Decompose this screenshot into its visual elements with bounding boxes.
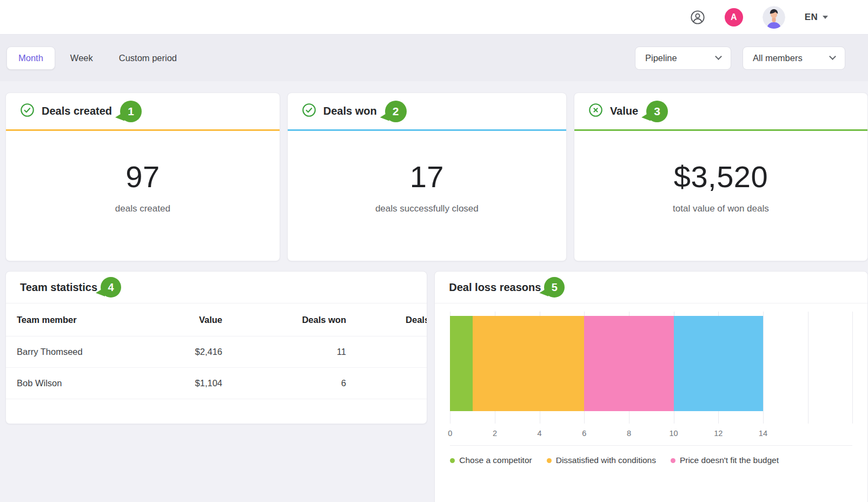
- member-name: Barry Thomseed: [17, 347, 114, 357]
- pipeline-select-value: Pipeline: [645, 53, 677, 63]
- gridline: [852, 312, 853, 424]
- chart-legend: Chose a competitorDissatisfied with cond…: [450, 445, 852, 465]
- legend-item[interactable]: Chose a competitor: [450, 455, 532, 465]
- legend-item[interactable]: Price doesn't fit the budget: [671, 455, 779, 465]
- support-icon[interactable]: [690, 10, 705, 25]
- legend-label: Chose a competitor: [459, 455, 532, 465]
- member-value: $1,104: [114, 378, 222, 388]
- deal-loss-plot: [450, 312, 852, 424]
- stacked-bar: [450, 316, 763, 411]
- dashboard-content: Deals created 1 97 deals created Deals w…: [0, 81, 868, 502]
- x-circle-icon: [588, 103, 603, 120]
- deal-loss-reasons-card: Deal loss reasons 5 02468101214 Chose a …: [434, 271, 868, 502]
- chevron-down-icon: [715, 53, 722, 60]
- deals-won-caption: deals successfully closed: [375, 203, 479, 214]
- deals-created-card: Deals created 1 97 deals created: [5, 93, 280, 261]
- bar-segment[interactable]: [584, 316, 673, 411]
- bar-segment[interactable]: [450, 316, 472, 411]
- kpi-row: Deals created 1 97 deals created Deals w…: [5, 93, 868, 261]
- annotation-marker-5: 5: [544, 277, 565, 298]
- total-value-caption: total value of won deals: [673, 203, 769, 214]
- deals-won-card: Deals won 2 17 deals successfully closed: [287, 93, 567, 261]
- team-statistics-title: Team statistics: [20, 281, 97, 294]
- top-bar: A EN: [0, 0, 868, 35]
- x-tick-label: 10: [670, 429, 678, 438]
- annotation-marker-1: 1: [120, 101, 142, 122]
- table-row: Barry Thomseed $2,416 11 22: [6, 336, 427, 368]
- column-header: Deals won: [222, 315, 346, 325]
- period-tabs: Month Week Custom period: [6, 47, 190, 70]
- member-deals-won: 6: [222, 378, 346, 388]
- chart-axis: 02468101214: [450, 424, 852, 443]
- annotation-marker-2: 2: [385, 101, 407, 122]
- member-deals-lost: 22: [346, 347, 427, 357]
- legend-label: Price doesn't fit the budget: [680, 455, 779, 465]
- tab-week[interactable]: Week: [57, 47, 106, 69]
- deals-created-value: 97: [125, 159, 160, 194]
- account-badge[interactable]: A: [725, 8, 743, 27]
- x-tick-label: 4: [538, 429, 542, 438]
- x-tick-label: 2: [493, 429, 497, 438]
- card-title: Deals won: [323, 105, 377, 117]
- annotation-marker-3: 3: [646, 101, 668, 122]
- column-header: Team member: [17, 315, 114, 325]
- x-tick-label: 8: [627, 429, 631, 438]
- pipeline-select[interactable]: Pipeline: [635, 47, 731, 70]
- language-label: EN: [805, 12, 818, 23]
- table-row: Bob Wilson $1,104 6 15: [6, 368, 427, 399]
- legend-label: Dissatisfied with conditions: [556, 455, 656, 465]
- members-select[interactable]: All members: [743, 47, 845, 70]
- total-value: $3,520: [674, 159, 768, 194]
- member-deals-lost: 15: [346, 378, 427, 388]
- legend-dot: [450, 458, 455, 463]
- card-title: Deals created: [42, 105, 112, 117]
- bar-segment[interactable]: [473, 316, 585, 411]
- gridline: [808, 312, 809, 424]
- check-circle-icon: [20, 103, 35, 120]
- chevron-down-icon: [823, 16, 828, 19]
- x-tick-label: 14: [759, 429, 767, 438]
- language-switcher[interactable]: EN: [805, 12, 828, 23]
- member-deals-won: 11: [222, 347, 346, 357]
- card-title: Value: [610, 105, 638, 117]
- table-header-row: Team member Value Deals won Deals lost: [6, 303, 427, 336]
- value-card: Value 3 $3,520 total value of won deals: [574, 93, 868, 261]
- annotation-marker-4: 4: [101, 277, 121, 298]
- members-select-value: All members: [753, 53, 803, 63]
- team-statistics-card: Team statistics 4 Team member Value Deal…: [5, 271, 427, 424]
- tab-custom-period[interactable]: Custom period: [106, 47, 190, 69]
- legend-dot: [547, 458, 552, 463]
- tab-month[interactable]: Month: [6, 47, 55, 70]
- x-tick-label: 0: [448, 429, 452, 438]
- deals-won-value: 17: [410, 159, 444, 194]
- member-name: Bob Wilson: [17, 378, 114, 388]
- column-header: Deals lost: [346, 315, 427, 325]
- gridline: [763, 312, 764, 424]
- deals-created-caption: deals created: [115, 203, 170, 214]
- user-avatar[interactable]: [763, 6, 785, 29]
- bar-segment[interactable]: [674, 316, 763, 411]
- check-circle-icon: [302, 103, 316, 120]
- deal-loss-chart: 02468101214: [435, 303, 867, 443]
- filter-bar: Month Week Custom period Pipeline All me…: [0, 35, 868, 81]
- x-tick-label: 12: [714, 429, 723, 438]
- legend-dot: [671, 458, 675, 463]
- legend-item[interactable]: Dissatisfied with conditions: [547, 455, 656, 465]
- column-header: Value: [114, 315, 222, 325]
- member-value: $2,416: [114, 347, 222, 357]
- deal-loss-title: Deal loss reasons: [449, 281, 541, 294]
- x-tick-label: 6: [582, 429, 586, 438]
- chevron-down-icon: [829, 53, 836, 60]
